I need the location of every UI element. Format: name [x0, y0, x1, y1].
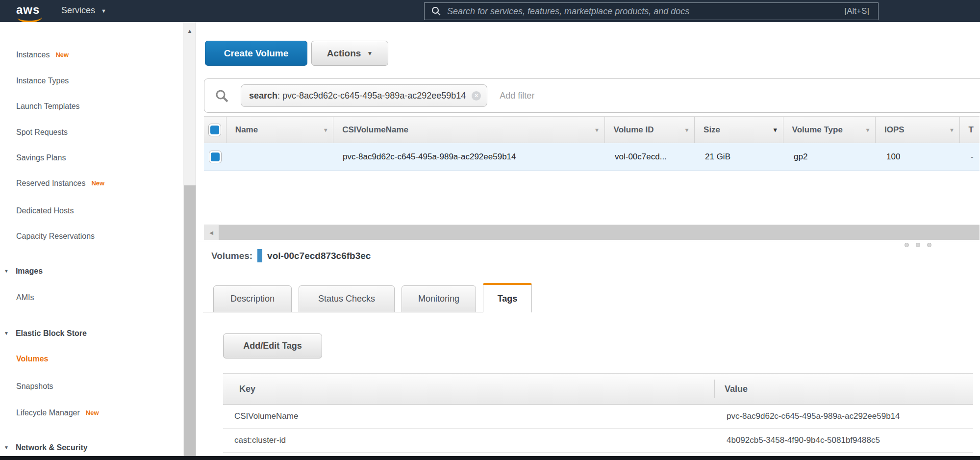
add-filter-input[interactable]: Add filter [500, 91, 534, 101]
column-label: IOPS [884, 125, 905, 135]
sort-caret-icon: ▾ [324, 127, 327, 133]
tab-status-checks[interactable]: Status Checks [299, 285, 395, 312]
volumes-table: Name ▾ CSIVolumeName ▾ Volume ID ▾ Size … [204, 116, 980, 171]
sidebar-section-images[interactable]: ▼ Images [4, 265, 43, 277]
global-search-input[interactable]: Search for services, features, marketpla… [424, 2, 879, 20]
sidebar-item-label: Savings Plans [16, 152, 66, 164]
search-icon [215, 89, 228, 102]
add-edit-tags-button[interactable]: Add/Edit Tags [223, 333, 322, 358]
sidebar-item-dedicated-hosts[interactable]: Dedicated Hosts [16, 205, 74, 217]
sidebar-item-label: Snapshots [16, 381, 53, 392]
column-label: CSIVolumeName [342, 125, 408, 135]
filter-bar[interactable]: search : pvc-8ac9d62c-c645-495a-989a-ac2… [204, 78, 980, 113]
sidebar-item-label: Instance Types [16, 75, 69, 87]
tags-key-header: Key [223, 374, 714, 404]
tags-table: Key Value CSIVolumeName pvc-8ac9d62c-c64… [223, 373, 973, 453]
sidebar-item-volumes[interactable]: Volumes [16, 353, 49, 365]
sidebar-item-lifecycle-manager[interactable]: Lifecycle Manager New [16, 407, 99, 419]
bottom-bar [0, 456, 980, 460]
volumes-table-header: Name ▾ CSIVolumeName ▾ Volume ID ▾ Size … [204, 116, 980, 143]
row-checkbox[interactable] [204, 143, 226, 170]
column-header-size[interactable]: Size ▾ [695, 117, 783, 143]
column-header-csivolumename[interactable]: CSIVolumeName ▾ [333, 117, 604, 143]
remove-filter-icon[interactable]: × [472, 91, 481, 101]
sidebar-section-elastic-block-store[interactable]: ▼ Elastic Block Store [4, 328, 87, 339]
sort-caret-icon: ▾ [866, 127, 869, 133]
sidebar-item-label: Reserved Instances [16, 178, 85, 189]
tab-tags[interactable]: Tags [483, 283, 532, 312]
sidebar-item-capacity-reservations[interactable]: Capacity Reservations [16, 230, 95, 242]
column-label: Size [704, 125, 720, 135]
tab-monitoring[interactable]: Monitoring [402, 285, 476, 312]
sidebar-item-instance-types[interactable]: Instance Types [16, 75, 69, 87]
section-collapse-icon: ▼ [4, 328, 9, 339]
services-menu[interactable]: Services ▼ [61, 5, 106, 16]
column-divider [714, 380, 715, 398]
search-shortcut: [Alt+S] [844, 6, 869, 16]
chevron-down-icon: ▼ [101, 8, 106, 14]
sidebar-item-snapshots[interactable]: Snapshots [16, 381, 53, 392]
new-badge: New [91, 178, 104, 189]
panel-divider [196, 241, 980, 241]
sidebar-item-instances[interactable]: Instances New [16, 49, 69, 61]
create-volume-button[interactable]: Create Volume [205, 41, 307, 66]
sidebar-section-network-security[interactable]: ▼ Network & Security [4, 442, 88, 454]
sort-caret-icon: ▾ [774, 126, 777, 133]
column-label: T [969, 125, 974, 135]
sort-caret-icon: ▾ [596, 127, 599, 133]
column-header-volume-type[interactable]: Volume Type ▾ [783, 117, 876, 143]
section-collapse-icon: ▼ [4, 442, 9, 454]
cell-volume-id: vol-00c7ecd... [606, 143, 696, 170]
cell-size: 21 GiB [696, 143, 785, 170]
filter-token-key: search [249, 91, 277, 101]
select-all-checkbox[interactable] [204, 117, 226, 143]
tag-key: cast:cluster-id [223, 429, 714, 452]
horizontal-scrollbar-track[interactable] [219, 225, 980, 240]
sidebar-item-savings-plans[interactable]: Savings Plans [16, 152, 66, 164]
tags-table-header: Key Value [223, 373, 973, 405]
sidebar-section-label: Network & Security [16, 442, 88, 454]
sidebar-item-label: Dedicated Hosts [16, 205, 74, 217]
cell-csi-volume-name: pvc-8ac9d62c-c645-495a-989a-ac292ee59b14 [334, 143, 606, 170]
sidebar-item-spot-requests[interactable]: Spot Requests [16, 127, 68, 138]
tags-value-header: Value [714, 374, 973, 404]
sidebar-section-label: Images [16, 265, 43, 277]
sidebar-item-label: Capacity Reservations [16, 230, 95, 242]
tag-key: CSIVolumeName [223, 405, 714, 428]
search-placeholder: Search for services, features, marketpla… [447, 6, 689, 17]
actions-button[interactable]: Actions ▼ [311, 41, 388, 66]
column-header-volume-id[interactable]: Volume ID ▾ [605, 117, 695, 143]
search-icon [431, 6, 441, 16]
new-badge: New [55, 49, 69, 61]
table-row: CSIVolumeName pvc-8ac9d62c-c645-495a-989… [223, 405, 973, 429]
tags-value-header-label: Value [725, 384, 748, 394]
filter-token[interactable]: search : pvc-8ac9d62c-c645-495a-989a-ac2… [241, 84, 487, 107]
cell-name [226, 143, 334, 170]
column-label: Volume Type [792, 125, 843, 135]
sidebar-item-label: Instances [16, 49, 50, 61]
main-content: Create Volume Actions ▼ search : pvc-8ac… [196, 22, 980, 456]
scroll-left-arrow-icon[interactable]: ◀ [204, 225, 219, 240]
sidebar-item-reserved-instances[interactable]: Reserved Instances New [16, 178, 104, 189]
sidebar-item-amis[interactable]: AMIs [16, 292, 34, 304]
scroll-up-arrow-icon[interactable]: ▲ [183, 28, 196, 34]
sort-caret-icon: ▾ [951, 127, 954, 133]
horizontal-scrollbar[interactable]: ◀ [204, 225, 980, 240]
vertical-scrollbar[interactable]: ▲ [183, 22, 196, 456]
top-nav-bar: aws Services ▼ Search for services, feat… [0, 0, 980, 22]
vertical-scrollbar-thumb[interactable] [184, 185, 196, 456]
sort-caret-icon: ▾ [685, 127, 688, 133]
new-badge: New [86, 407, 99, 419]
column-header-truncated[interactable]: T [960, 117, 980, 143]
sidebar-nav: Instances New Instance Types Launch Temp… [0, 22, 183, 456]
cell-volume-type: gp2 [785, 143, 878, 170]
sidebar-item-label: AMIs [16, 292, 34, 304]
column-header-name[interactable]: Name ▾ [226, 117, 333, 143]
panel-resize-handle[interactable] [905, 243, 931, 247]
sidebar-item-launch-templates[interactable]: Launch Templates [16, 101, 80, 112]
column-label: Name [235, 125, 258, 135]
actions-label: Actions [327, 48, 361, 59]
column-header-iops[interactable]: IOPS ▾ [876, 117, 960, 143]
table-row-selected[interactable]: pvc-8ac9d62c-c645-495a-989a-ac292ee59b14… [204, 143, 980, 171]
tab-description[interactable]: Description [213, 285, 292, 312]
